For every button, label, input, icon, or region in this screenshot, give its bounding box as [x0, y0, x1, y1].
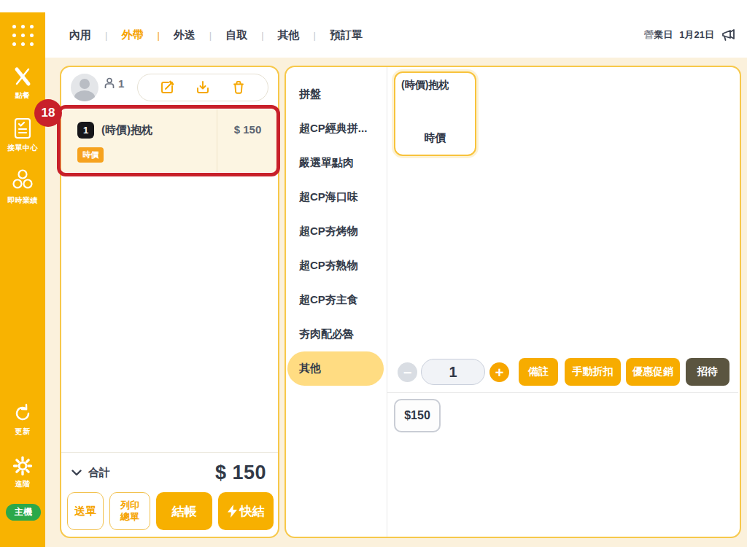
order-item-name: (時價)抱枕 [101, 123, 152, 137]
product-card-price-label: 時價 [395, 131, 475, 145]
performance-icon [10, 168, 35, 192]
category-item[interactable]: 超CP海口味 [286, 180, 387, 214]
product-card-name: (時價)抱枕 [401, 79, 449, 92]
order-item-qty-badge: 1 [77, 122, 94, 139]
sidebar-item-performance[interactable]: 即時業績 [0, 168, 45, 206]
quick-checkout-button[interactable]: 快結 [218, 492, 274, 530]
print-bill-button[interactable]: 列印總單 [109, 492, 150, 530]
tab-separator: | [105, 30, 107, 41]
quantity-value[interactable]: 1 [421, 359, 485, 385]
plus-button[interactable]: + [489, 362, 509, 382]
tab-takeout[interactable]: 外帶 [121, 28, 143, 42]
order-type-tabs: 內用 | 外帶 | 外送 | 自取 | 其他 | 預訂單 [69, 28, 363, 42]
tab-preorder[interactable]: 預訂單 [330, 28, 363, 42]
order-item-row[interactable]: 1 (時價)抱枕 時價 $ 150 [61, 109, 278, 172]
manual-discount-button[interactable]: 手動折扣 [565, 358, 621, 386]
customer-avatar[interactable] [71, 74, 98, 101]
total-value: $ 150 [215, 462, 266, 484]
treat-button[interactable]: 招待 [686, 358, 729, 386]
sidebar-item-advanced[interactable]: 進階 [0, 456, 45, 489]
menu-panel: 拼盤 超CP經典拼... 嚴選單點肉 超CP海口味 超CP夯烤物 超CP夯熟物 … [285, 66, 741, 538]
grid-dots-icon [12, 25, 34, 46]
category-item-selected[interactable]: 其他 [287, 351, 384, 386]
tab-separator: | [314, 30, 316, 41]
tab-pickup[interactable]: 自取 [225, 28, 247, 42]
brand-x-icon [12, 66, 34, 88]
order-buttons-row: 送單 列印總單 結帳 快結 [67, 492, 274, 530]
guest-count-value: 1 [118, 77, 124, 90]
business-day-label: 營業日 [644, 28, 673, 42]
tab-other[interactable]: 其他 [278, 28, 300, 42]
category-item[interactable]: 拼盤 [286, 77, 387, 112]
send-order-button[interactable]: 送單 [67, 492, 104, 530]
order-panel-footer: 合計 $ 150 送單 列印總單 結帳 快結 [61, 452, 278, 537]
annotation-step-badge: 18 [34, 99, 62, 127]
tab-separator: | [261, 30, 263, 41]
stepper-divider [387, 392, 738, 393]
delete-order-icon[interactable] [231, 79, 247, 96]
sidebar-item-order[interactable]: 點餐 [0, 66, 45, 101]
minus-button[interactable]: − [398, 362, 417, 382]
chevron-down-icon [71, 470, 82, 476]
tab-dine-in[interactable]: 內用 [69, 28, 91, 42]
sidebar-item-label: 即時業績 [7, 195, 38, 206]
tab-separator: | [209, 30, 212, 41]
order-center-icon [12, 117, 33, 140]
category-item[interactable]: 超CP夯烤物 [286, 214, 387, 249]
order-item-tag: 時價 [77, 147, 104, 163]
top-bar: 內用 | 外帶 | 外送 | 自取 | 其他 | 預訂單 營業日 1月21日 [45, 12, 747, 58]
category-list: 拼盤 超CP經典拼... 嚴選單點肉 超CP海口味 超CP夯烤物 超CP夯熟物 … [286, 67, 387, 537]
total-row[interactable]: 合計 $ 150 [71, 462, 266, 484]
refresh-icon [12, 403, 33, 424]
guest-count[interactable]: 1 [103, 77, 124, 90]
price-option-button[interactable]: $150 [394, 399, 441, 432]
order-panel: 1 1 (時價)抱枕 時價 [60, 66, 279, 538]
sidebar-item-refresh[interactable]: 更新 [0, 403, 45, 437]
hold-order-icon[interactable] [195, 79, 211, 96]
category-item[interactable]: 嚴選單點肉 [286, 146, 387, 180]
lightning-icon [228, 505, 237, 518]
checkout-button[interactable]: 結帳 [156, 492, 212, 530]
megaphone-icon[interactable] [721, 28, 737, 42]
product-card[interactable]: (時價)抱枕 時價 [394, 71, 476, 156]
order-panel-header: 1 [61, 67, 278, 108]
promo-button[interactable]: 優惠促銷 [626, 358, 680, 386]
total-label: 合計 [88, 466, 110, 480]
panel-divider [387, 67, 387, 537]
sidebar-item-label: 進階 [15, 479, 31, 489]
tab-delivery[interactable]: 外送 [174, 28, 196, 42]
person-icon [103, 77, 116, 90]
note-button[interactable]: 備註 [519, 358, 558, 386]
order-actions-pill [137, 74, 268, 101]
edit-order-icon[interactable] [159, 79, 175, 96]
print-bill-label: 列印總單 [119, 499, 141, 522]
category-item[interactable]: 超CP夯主食 [286, 283, 387, 317]
category-item[interactable]: 超CP夯熟物 [286, 249, 387, 283]
quantity-stepper: − 1 + 備註 手動折扣 優惠促銷 招待 [387, 357, 740, 386]
content-area: 1 1 (時價)抱枕 時價 [45, 58, 747, 547]
sidebar-item-label: 點餐 [15, 90, 31, 101]
pos-app: 點餐 接單中心 即時業績 更新 進階 主機 [0, 0, 747, 560]
tab-separator: | [157, 30, 159, 41]
sidebar-item-label: 更新 [15, 427, 31, 437]
gear-icon [12, 456, 33, 476]
category-item[interactable]: 夯肉配必魯 [286, 317, 387, 351]
host-badge[interactable]: 主機 [6, 504, 41, 521]
order-item-main: 1 (時價)抱枕 時價 [61, 109, 217, 172]
sidebar: 點餐 接單中心 即時業績 更新 進階 主機 [0, 12, 45, 547]
order-item-price: $ 150 [217, 109, 278, 172]
quick-checkout-label: 快結 [240, 503, 265, 520]
business-day-area: 營業日 1月21日 [644, 28, 737, 42]
category-item[interactable]: 超CP經典拼... [286, 112, 387, 146]
business-day-date: 1月21日 [679, 28, 714, 42]
sidebar-item-label: 接單中心 [7, 143, 38, 153]
app-grid-button[interactable] [0, 12, 45, 58]
